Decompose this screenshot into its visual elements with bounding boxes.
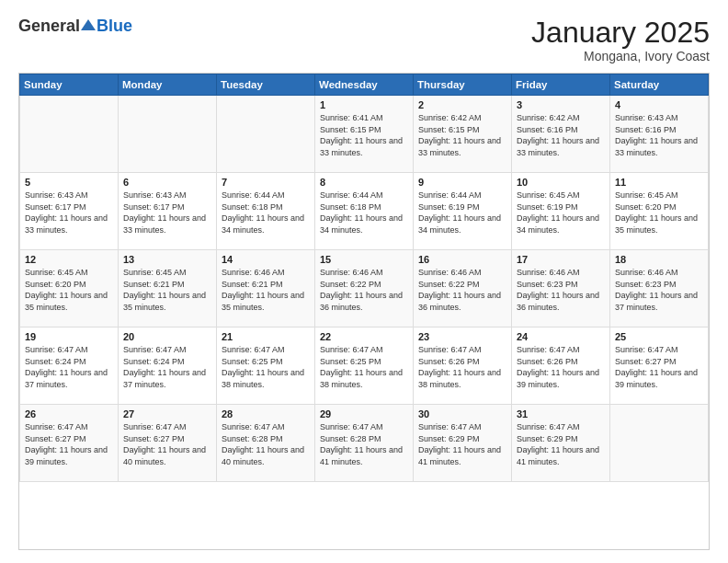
day-number: 9 bbox=[418, 177, 506, 188]
col-thursday: Thursday bbox=[414, 75, 512, 96]
day-info: Sunrise: 6:44 AM Sunset: 6:18 PM Dayligh… bbox=[320, 190, 408, 236]
day-number: 19 bbox=[25, 331, 113, 342]
day-info: Sunrise: 6:47 AM Sunset: 6:27 PM Dayligh… bbox=[123, 421, 211, 467]
table-row: 6Sunrise: 6:43 AM Sunset: 6:17 PM Daylig… bbox=[119, 173, 217, 250]
col-wednesday: Wednesday bbox=[315, 75, 414, 96]
table-row bbox=[20, 96, 119, 173]
day-info: Sunrise: 6:42 AM Sunset: 6:16 PM Dayligh… bbox=[517, 112, 605, 158]
day-info: Sunrise: 6:47 AM Sunset: 6:28 PM Dayligh… bbox=[320, 421, 408, 467]
subtitle: Mongana, Ivory Coast bbox=[531, 49, 710, 63]
table-row: 5Sunrise: 6:43 AM Sunset: 6:17 PM Daylig… bbox=[20, 173, 119, 250]
table-row: 18Sunrise: 6:46 AM Sunset: 6:23 PM Dayli… bbox=[610, 250, 709, 327]
day-number: 16 bbox=[418, 254, 506, 265]
day-info: Sunrise: 6:46 AM Sunset: 6:22 PM Dayligh… bbox=[320, 267, 408, 313]
day-number: 17 bbox=[517, 254, 605, 265]
day-number: 29 bbox=[320, 408, 408, 419]
col-saturday: Saturday bbox=[610, 75, 709, 96]
col-friday: Friday bbox=[512, 75, 610, 96]
day-number: 1 bbox=[320, 99, 408, 110]
day-number: 8 bbox=[320, 177, 408, 188]
table-row: 15Sunrise: 6:46 AM Sunset: 6:22 PM Dayli… bbox=[315, 250, 414, 327]
day-info: Sunrise: 6:42 AM Sunset: 6:15 PM Dayligh… bbox=[418, 112, 506, 158]
page: General Blue January 2025 Mongana, Ivory… bbox=[0, 0, 728, 563]
table-row: 3Sunrise: 6:42 AM Sunset: 6:16 PM Daylig… bbox=[512, 96, 610, 173]
table-row bbox=[610, 405, 709, 482]
logo: General Blue bbox=[18, 17, 132, 36]
day-number: 6 bbox=[123, 177, 211, 188]
day-info: Sunrise: 6:41 AM Sunset: 6:15 PM Dayligh… bbox=[320, 112, 408, 158]
col-monday: Monday bbox=[119, 75, 217, 96]
table-row: 23Sunrise: 6:47 AM Sunset: 6:26 PM Dayli… bbox=[414, 327, 512, 405]
day-number: 2 bbox=[418, 99, 506, 110]
day-info: Sunrise: 6:47 AM Sunset: 6:25 PM Dayligh… bbox=[320, 344, 408, 390]
day-number: 4 bbox=[615, 99, 703, 110]
table-row: 11Sunrise: 6:45 AM Sunset: 6:20 PM Dayli… bbox=[610, 173, 709, 250]
day-info: Sunrise: 6:47 AM Sunset: 6:27 PM Dayligh… bbox=[25, 421, 113, 467]
day-number: 18 bbox=[615, 254, 703, 265]
day-info: Sunrise: 6:47 AM Sunset: 6:26 PM Dayligh… bbox=[418, 344, 506, 390]
day-number: 11 bbox=[615, 177, 703, 188]
day-info: Sunrise: 6:47 AM Sunset: 6:25 PM Dayligh… bbox=[222, 344, 310, 390]
col-tuesday: Tuesday bbox=[217, 75, 315, 96]
header: General Blue January 2025 Mongana, Ivory… bbox=[18, 17, 710, 63]
day-number: 31 bbox=[517, 408, 605, 419]
table-row: 22Sunrise: 6:47 AM Sunset: 6:25 PM Dayli… bbox=[315, 327, 414, 405]
day-info: Sunrise: 6:43 AM Sunset: 6:17 PM Dayligh… bbox=[25, 190, 113, 236]
day-info: Sunrise: 6:46 AM Sunset: 6:22 PM Dayligh… bbox=[418, 267, 506, 313]
day-number: 27 bbox=[123, 408, 211, 419]
calendar: Sunday Monday Tuesday Wednesday Thursday… bbox=[18, 73, 710, 550]
table-row: 17Sunrise: 6:46 AM Sunset: 6:23 PM Dayli… bbox=[512, 250, 610, 327]
logo-blue: Blue bbox=[97, 17, 132, 36]
day-number: 22 bbox=[320, 331, 408, 342]
day-number: 15 bbox=[320, 254, 408, 265]
day-number: 13 bbox=[123, 254, 211, 265]
day-info: Sunrise: 6:47 AM Sunset: 6:29 PM Dayligh… bbox=[517, 421, 605, 467]
day-number: 23 bbox=[418, 331, 506, 342]
calendar-header: Sunday Monday Tuesday Wednesday Thursday… bbox=[20, 75, 709, 96]
table-row: 25Sunrise: 6:47 AM Sunset: 6:27 PM Dayli… bbox=[610, 327, 709, 405]
day-number: 12 bbox=[25, 254, 113, 265]
day-number: 28 bbox=[222, 408, 310, 419]
day-number: 5 bbox=[25, 177, 113, 188]
day-info: Sunrise: 6:47 AM Sunset: 6:29 PM Dayligh… bbox=[418, 421, 506, 467]
day-number: 26 bbox=[25, 408, 113, 419]
day-info: Sunrise: 6:47 AM Sunset: 6:28 PM Dayligh… bbox=[222, 421, 310, 467]
month-title: January 2025 bbox=[531, 17, 710, 49]
day-number: 24 bbox=[517, 331, 605, 342]
day-number: 25 bbox=[615, 331, 703, 342]
day-info: Sunrise: 6:45 AM Sunset: 6:20 PM Dayligh… bbox=[25, 267, 113, 313]
day-number: 14 bbox=[222, 254, 310, 265]
day-info: Sunrise: 6:43 AM Sunset: 6:16 PM Dayligh… bbox=[615, 112, 703, 158]
calendar-table: Sunday Monday Tuesday Wednesday Thursday… bbox=[19, 74, 709, 482]
table-row: 31Sunrise: 6:47 AM Sunset: 6:29 PM Dayli… bbox=[512, 405, 610, 482]
table-row: 4Sunrise: 6:43 AM Sunset: 6:16 PM Daylig… bbox=[610, 96, 709, 173]
table-row: 9Sunrise: 6:44 AM Sunset: 6:19 PM Daylig… bbox=[414, 173, 512, 250]
day-number: 21 bbox=[222, 331, 310, 342]
table-row: 26Sunrise: 6:47 AM Sunset: 6:27 PM Dayli… bbox=[20, 405, 119, 482]
day-info: Sunrise: 6:45 AM Sunset: 6:20 PM Dayligh… bbox=[615, 190, 703, 236]
logo-general: General bbox=[18, 17, 80, 36]
table-row bbox=[217, 96, 315, 173]
day-number: 20 bbox=[123, 331, 211, 342]
day-info: Sunrise: 6:47 AM Sunset: 6:24 PM Dayligh… bbox=[123, 344, 211, 390]
table-row: 10Sunrise: 6:45 AM Sunset: 6:19 PM Dayli… bbox=[512, 173, 610, 250]
table-row: 30Sunrise: 6:47 AM Sunset: 6:29 PM Dayli… bbox=[414, 405, 512, 482]
day-info: Sunrise: 6:45 AM Sunset: 6:19 PM Dayligh… bbox=[517, 190, 605, 236]
table-row: 16Sunrise: 6:46 AM Sunset: 6:22 PM Dayli… bbox=[414, 250, 512, 327]
table-row: 19Sunrise: 6:47 AM Sunset: 6:24 PM Dayli… bbox=[20, 327, 119, 405]
table-row: 7Sunrise: 6:44 AM Sunset: 6:18 PM Daylig… bbox=[217, 173, 315, 250]
calendar-body: 1Sunrise: 6:41 AM Sunset: 6:15 PM Daylig… bbox=[20, 96, 709, 482]
day-info: Sunrise: 6:44 AM Sunset: 6:18 PM Dayligh… bbox=[222, 190, 310, 236]
table-row: 21Sunrise: 6:47 AM Sunset: 6:25 PM Dayli… bbox=[217, 327, 315, 405]
table-row: 27Sunrise: 6:47 AM Sunset: 6:27 PM Dayli… bbox=[119, 405, 217, 482]
day-info: Sunrise: 6:47 AM Sunset: 6:27 PM Dayligh… bbox=[615, 344, 703, 390]
day-info: Sunrise: 6:44 AM Sunset: 6:19 PM Dayligh… bbox=[418, 190, 506, 236]
table-row: 24Sunrise: 6:47 AM Sunset: 6:26 PM Dayli… bbox=[512, 327, 610, 405]
day-info: Sunrise: 6:43 AM Sunset: 6:17 PM Dayligh… bbox=[123, 190, 211, 236]
day-number: 7 bbox=[222, 177, 310, 188]
day-number: 3 bbox=[517, 99, 605, 110]
table-row: 1Sunrise: 6:41 AM Sunset: 6:15 PM Daylig… bbox=[315, 96, 414, 173]
day-info: Sunrise: 6:47 AM Sunset: 6:26 PM Dayligh… bbox=[517, 344, 605, 390]
table-row: 13Sunrise: 6:45 AM Sunset: 6:21 PM Dayli… bbox=[119, 250, 217, 327]
day-info: Sunrise: 6:47 AM Sunset: 6:24 PM Dayligh… bbox=[25, 344, 113, 390]
